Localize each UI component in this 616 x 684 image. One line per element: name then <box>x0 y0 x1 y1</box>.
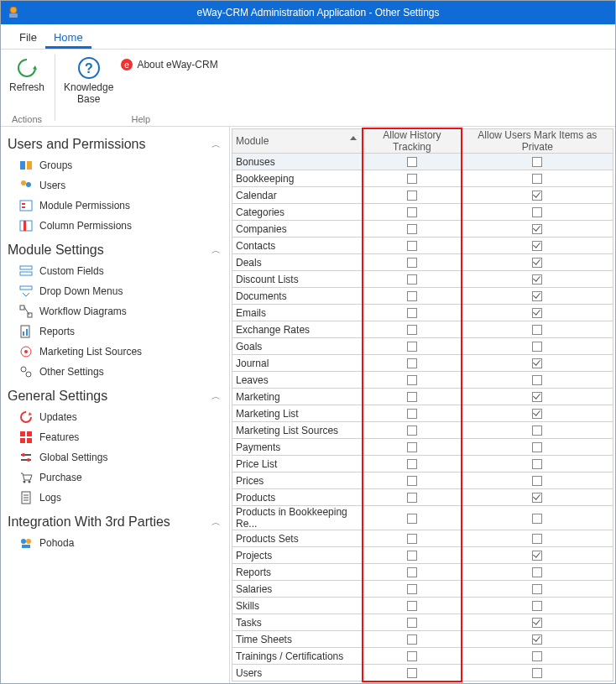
table-row[interactable]: Marketing List Sources <box>232 422 613 439</box>
history-cell[interactable] <box>363 221 462 238</box>
private-cell[interactable] <box>462 170 613 187</box>
checkbox[interactable] <box>532 409 542 419</box>
menu-home[interactable]: Home <box>45 26 91 49</box>
table-row[interactable]: Users <box>232 665 613 681</box>
history-cell[interactable] <box>363 405 462 422</box>
private-cell[interactable] <box>462 154 613 170</box>
history-cell[interactable] <box>363 204 462 221</box>
table-row[interactable]: Projects <box>232 547 613 564</box>
history-cell[interactable] <box>363 614 462 631</box>
checkbox[interactable] <box>407 651 417 661</box>
checkbox[interactable] <box>407 476 417 486</box>
checkbox[interactable] <box>407 493 417 503</box>
checkbox[interactable] <box>407 224 417 234</box>
checkbox[interactable] <box>532 534 542 544</box>
private-cell[interactable] <box>462 439 613 456</box>
history-cell[interactable] <box>363 631 462 648</box>
checkbox[interactable] <box>407 392 417 402</box>
history-cell[interactable] <box>363 564 462 581</box>
checkbox[interactable] <box>407 325 417 335</box>
nav-updates[interactable]: Updates <box>8 407 224 427</box>
table-row[interactable]: Salaries <box>232 581 613 598</box>
checkbox[interactable] <box>532 224 542 234</box>
history-cell[interactable] <box>363 288 462 305</box>
private-cell[interactable] <box>462 506 613 530</box>
nav-purchase[interactable]: Purchase <box>8 467 224 488</box>
checkbox[interactable] <box>407 618 417 628</box>
checkbox[interactable] <box>532 291 542 301</box>
checkbox[interactable] <box>407 241 417 251</box>
table-row[interactable]: Companies <box>232 221 613 238</box>
history-cell[interactable] <box>363 372 462 389</box>
checkbox[interactable] <box>532 514 542 524</box>
private-cell[interactable] <box>462 631 613 648</box>
history-cell[interactable] <box>363 187 462 204</box>
table-row[interactable]: Time Sheets <box>232 631 613 648</box>
table-row[interactable]: Deals <box>232 254 613 271</box>
history-cell[interactable] <box>363 456 462 473</box>
checkbox[interactable] <box>532 325 542 335</box>
private-cell[interactable] <box>462 530 613 547</box>
nav-logs[interactable]: Logs <box>8 488 224 508</box>
checkbox[interactable] <box>532 651 542 661</box>
checkbox[interactable] <box>532 551 542 561</box>
table-row[interactable]: Leaves <box>232 372 613 389</box>
checkbox[interactable] <box>407 409 417 419</box>
private-cell[interactable] <box>462 564 613 581</box>
history-cell[interactable] <box>363 254 462 271</box>
checkbox[interactable] <box>407 426 417 436</box>
checkbox[interactable] <box>532 442 542 452</box>
checkbox[interactable] <box>407 442 417 452</box>
checkbox[interactable] <box>532 207 542 217</box>
nav-other-settings[interactable]: Other Settings <box>8 362 224 382</box>
history-cell[interactable] <box>363 665 462 681</box>
checkbox[interactable] <box>532 584 542 594</box>
private-cell[interactable] <box>462 473 613 489</box>
private-cell[interactable] <box>462 422 613 439</box>
checkbox[interactable] <box>532 191 542 201</box>
private-cell[interactable] <box>462 338 613 355</box>
table-row[interactable]: Products <box>232 489 613 506</box>
private-cell[interactable] <box>462 665 613 681</box>
history-cell[interactable] <box>363 598 462 614</box>
checkbox[interactable] <box>532 668 542 678</box>
checkbox[interactable] <box>407 358 417 368</box>
table-row[interactable]: Bonuses <box>232 154 613 170</box>
checkbox[interactable] <box>407 601 417 611</box>
checkbox[interactable] <box>532 426 542 436</box>
checkbox[interactable] <box>532 258 542 268</box>
history-cell[interactable] <box>363 271 462 288</box>
history-cell[interactable] <box>363 581 462 598</box>
table-row[interactable]: Goals <box>232 338 613 355</box>
checkbox[interactable] <box>532 493 542 503</box>
private-cell[interactable] <box>462 355 613 372</box>
private-cell[interactable] <box>462 489 613 506</box>
checkbox[interactable] <box>532 274 542 285</box>
table-row[interactable]: Price List <box>232 456 613 473</box>
checkbox[interactable] <box>532 618 542 628</box>
history-cell[interactable] <box>363 547 462 564</box>
table-row[interactable]: Categories <box>232 204 613 221</box>
private-cell[interactable] <box>462 305 613 321</box>
private-cell[interactable] <box>462 372 613 389</box>
history-cell[interactable] <box>363 506 462 530</box>
table-row[interactable]: Discount Lists <box>232 271 613 288</box>
private-cell[interactable] <box>462 238 613 254</box>
nav-module-permissions[interactable]: Module Permissions <box>8 196 224 216</box>
checkbox[interactable] <box>532 358 542 368</box>
table-row[interactable]: Skills <box>232 598 613 614</box>
checkbox[interactable] <box>532 567 542 577</box>
checkbox[interactable] <box>532 459 542 469</box>
checkbox[interactable] <box>407 157 417 167</box>
checkbox[interactable] <box>407 291 417 301</box>
checkbox[interactable] <box>407 534 417 544</box>
private-cell[interactable] <box>462 614 613 631</box>
history-cell[interactable] <box>363 154 462 170</box>
private-cell[interactable] <box>462 405 613 422</box>
checkbox[interactable] <box>407 174 417 184</box>
private-cell[interactable] <box>462 648 613 665</box>
section-general-settings[interactable]: General Settings ︿ <box>8 382 224 407</box>
nav-drop-down-menus[interactable]: Drop Down Menus <box>8 281 224 301</box>
checkbox[interactable] <box>532 634 542 645</box>
checkbox[interactable] <box>407 459 417 469</box>
